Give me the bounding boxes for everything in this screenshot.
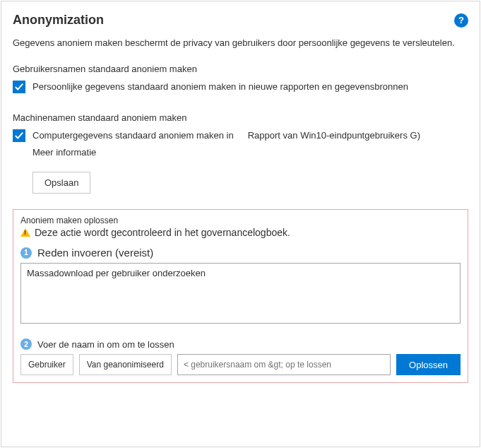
machines-checkbox-row: Computergegevens standaard anoniem maken… — [13, 129, 468, 143]
resolve-button[interactable]: Oplossen — [396, 354, 461, 375]
usernames-checkbox-label: Persoonlijke gegevens standaard anoniem … — [32, 80, 408, 94]
warning-icon — [20, 228, 30, 237]
step-1-label: Reden invoeren (vereist) — [37, 247, 153, 259]
user-dropdown-button[interactable]: Gebruiker — [20, 354, 73, 375]
reason-input[interactable] — [20, 263, 461, 324]
step-2-label: Voer de naam in om om te lossen — [37, 339, 174, 350]
machines-checkbox-label-group: Computergegevens standaard anoniem maken… — [32, 129, 420, 143]
governance-warning-row: Deze actie wordt gecontroleerd in het go… — [20, 227, 461, 238]
save-button[interactable]: Opslaan — [32, 172, 90, 194]
step-2-row: 2 Voer de naam in om om te lossen — [20, 338, 461, 350]
step-1-badge: 1 — [20, 247, 32, 259]
step-2-badge: 2 — [20, 338, 32, 350]
step-1-row: 1 Reden invoeren (vereist) — [20, 247, 461, 259]
machines-section-label: Machinenamen standaard anoniem maken — [13, 112, 468, 123]
resolve-anonymization-panel: Anoniem maken oplossen Deze actie wordt … — [13, 209, 468, 383]
checkmark-icon — [14, 82, 24, 92]
machines-checkbox-label: Computergegevens standaard anoniem maken… — [32, 129, 234, 143]
governance-warning-text: Deze actie wordt gecontroleerd in het go… — [35, 227, 290, 238]
usernames-checkbox[interactable] — [13, 81, 25, 93]
resolve-panel-title: Anoniem maken oplossen — [20, 216, 461, 225]
header-row: Anonymization ? — [13, 13, 468, 28]
from-anonymized-dropdown-button[interactable]: Van geanonimiseerd — [79, 354, 172, 375]
page-title: Anonymization — [13, 13, 104, 28]
checkmark-icon — [14, 131, 24, 141]
usernames-checkbox-row: Persoonlijke gegevens standaard anoniem … — [13, 80, 468, 94]
help-icon[interactable]: ? — [454, 13, 468, 28]
more-info-link[interactable]: Meer informatie — [32, 147, 468, 158]
machines-checkbox[interactable] — [13, 129, 25, 142]
usernames-section-label: Gebruikersnamen standaard anoniem maken — [13, 64, 468, 74]
page-description: Gegevens anoniem maken beschermt de priv… — [13, 37, 468, 48]
anonymization-settings-page: Anonymization ? Gegevens anoniem maken b… — [1, 1, 480, 447]
report-name-link[interactable]: Rapport van Win10-eindpuntgebruikers G) — [248, 129, 420, 143]
resolve-action-row: Gebruiker Van geanonimiseerd Oplossen — [20, 354, 461, 375]
username-to-resolve-input[interactable] — [177, 354, 391, 375]
